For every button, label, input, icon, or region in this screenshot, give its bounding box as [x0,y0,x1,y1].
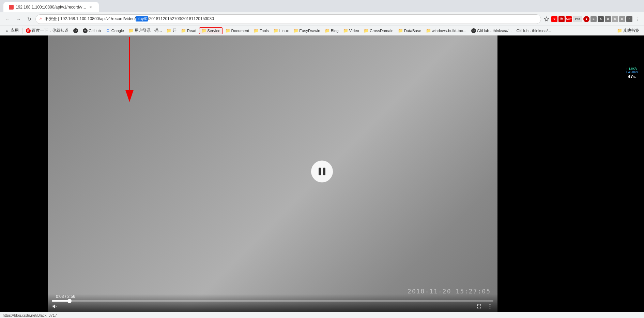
svg-point-5 [490,308,491,309]
extension-icons: Y 搜 ABP 200 ● E A B C D F [551,16,632,22]
bookmark-more-label: GitHub - thinksea/... [516,29,551,33]
bookmark-apps[interactable]: ⊞ 应用 [3,27,21,34]
bookmark-document-label: Document [231,29,249,33]
time-display: 0:03 / 2:56 [52,294,79,300]
back-button[interactable]: ← [3,14,12,24]
network-widget: ↑ 1.8K/s ↓ 451K/s 47% [623,64,641,82]
forward-button[interactable]: → [14,14,23,24]
toolbar: ← → ↻ ⚠ 不安全 | 192.168.1.100:10800/api/v1… [0,12,644,26]
folder-icon-other: 📁 [617,28,622,33]
github-logo-icon: G [73,28,78,33]
folder-icon-easydraw: 📁 [293,28,298,33]
bookmark-star-button[interactable] [542,15,551,23]
bookmark-crossdomain-label: CrossDomain [370,29,394,33]
network-upload-speed: ↑ 1.8K/s [626,67,638,70]
abp-ext-icon[interactable]: ABP [566,16,572,22]
time-row: 0:03 / 2:56 [48,293,497,300]
ext-icon-4[interactable]: C [612,16,618,22]
video-controls-bar: 0:03 / 2:56 [48,294,497,312]
bookmark-separator-1 [22,28,22,34]
github-icon-2: G [83,28,88,33]
folder-icon-crossdomain: 📁 [364,28,369,33]
bookmark-baidu[interactable]: 百 百度一下，你就知道 [24,27,71,34]
chrome-menu-button[interactable]: ⋮ [633,15,641,23]
volume-button[interactable] [52,303,59,310]
address-text: 不安全 | 192.168.1.100:10800/api/v1/record/… [45,16,537,22]
bookmark-user-login[interactable]: 📁 用户登录 - 码... [127,27,164,34]
progress-thumb [67,299,72,303]
more-options-button[interactable] [487,303,493,310]
bookmark-service[interactable]: 📁 Service [199,27,223,34]
status-bar: https://blog.csdn.net/Black_3717 [0,312,644,318]
pause-bar-right [323,168,325,175]
bookmark-github-label: GitHub [89,29,101,33]
ext-icon-1[interactable]: E [591,16,597,22]
insecure-icon: ⚠ [39,17,43,21]
progress-bar[interactable] [48,300,497,302]
address-bar[interactable]: ⚠ 不安全 | 192.168.1.100:10800/api/v1/recor… [35,14,541,24]
svg-point-3 [490,304,491,305]
reload-button[interactable]: ↻ [25,14,34,24]
bookmark-linux[interactable]: 📁 Linux [272,28,291,34]
tab-title: 192.168.1.100:10800/api/v1/record/video/… [16,5,87,10]
apps-icon: ⊞ [5,28,10,33]
ext-icon-5[interactable]: D [619,16,625,22]
bookmark-baidu-label: 百度一下，你就知道 [32,28,68,33]
bookmark-linux-label: Linux [279,29,289,33]
bookmark-tools[interactable]: 📁 Tools [252,28,271,34]
bookmark-winbuild[interactable]: 📁 windows-build-too... [424,28,469,34]
bookmark-document[interactable]: 📁 Document [224,28,251,34]
bookmark-open[interactable]: 📁 开 [165,27,179,34]
sogou-ext-icon[interactable]: 搜 [558,16,565,22]
bookmark-github[interactable]: G GitHub [81,28,103,34]
bookmark-blog[interactable]: 📁 Blog [323,28,341,34]
bookmark-easydraw[interactable]: 📁 EasyDrawin [291,28,322,34]
fullscreen-button[interactable] [476,303,482,310]
ext-icon-2[interactable]: A [598,16,604,22]
bookmark-apps-label: 应用 [11,28,19,33]
address-highlight: play/0 [136,16,148,21]
address-prefix: 不安全 | 192.168.1.100:10800/api/v1/record/… [45,16,136,21]
status-url: https://blog.csdn.net/Black_3717 [3,313,57,317]
folder-icon-database: 📁 [398,28,403,33]
ext-icon-3[interactable]: B [605,16,611,22]
browser-frame: 192.168.1.100:10800/api/v1/record/video/… [0,0,644,318]
folder-icon-video: 📁 [343,28,348,33]
folder-icon-user-login: 📁 [129,28,134,33]
ext-icon-6[interactable]: F [626,16,632,22]
bookmark-user-login-label: 用户登录 - 码... [135,28,162,33]
bookmarks-bar: ⊞ 应用 百 百度一下，你就知道 G G GitHub G Google 📁 用… [0,26,644,35]
total-time: 2:56 [67,294,75,299]
toolbar-actions: Y 搜 ABP 200 ● E A B C D F ⋮ [542,15,641,23]
tab-close-button[interactable]: × [88,4,93,10]
network-download-speed: ↓ 451K/s [626,70,638,74]
bookmark-blog-label: Blog [331,29,339,33]
red-circle-ext-icon[interactable]: ● [583,16,589,22]
counter-ext-icon[interactable]: 200 [573,16,582,22]
address-suffix: /20181120152703/20181120153030 [148,16,214,21]
bookmark-github3[interactable]: G GitHub - thinksea/... [469,28,514,34]
folder-icon-linux: 📁 [274,28,278,33]
bookmark-more[interactable]: GitHub - thinksea/... [514,28,553,33]
baidu-icon: 百 [26,28,31,33]
pause-icon [319,168,325,175]
bookmark-github-icon[interactable]: G [71,28,80,34]
bookmark-read[interactable]: 📁 Read [179,28,199,34]
folder-icon-winbuild: 📁 [426,28,431,33]
pause-bar-left [319,168,321,175]
bookmark-winbuild-label: windows-build-too... [432,29,466,33]
current-time: 0:03 [56,294,64,299]
folder-icon-tools: 📁 [254,28,259,33]
black-bar-right [497,35,644,312]
bookmark-google[interactable]: G Google [104,28,126,34]
yandex-ext-icon[interactable]: Y [551,16,557,22]
bookmark-crossdomain[interactable]: 📁 CrossDomain [362,28,396,34]
tab-bar: 192.168.1.100:10800/api/v1/record/video/… [0,0,644,12]
folder-icon-blog: 📁 [325,28,330,33]
bookmark-video[interactable]: 📁 Video [341,28,361,34]
pause-button[interactable] [311,161,333,183]
bookmark-other[interactable]: 📁 其他书签 [615,27,641,34]
bookmark-database[interactable]: 📁 DataBase [396,28,424,34]
active-tab[interactable]: 192.168.1.100:10800/api/v1/record/video/… [3,2,99,12]
tab-favicon [9,5,14,10]
